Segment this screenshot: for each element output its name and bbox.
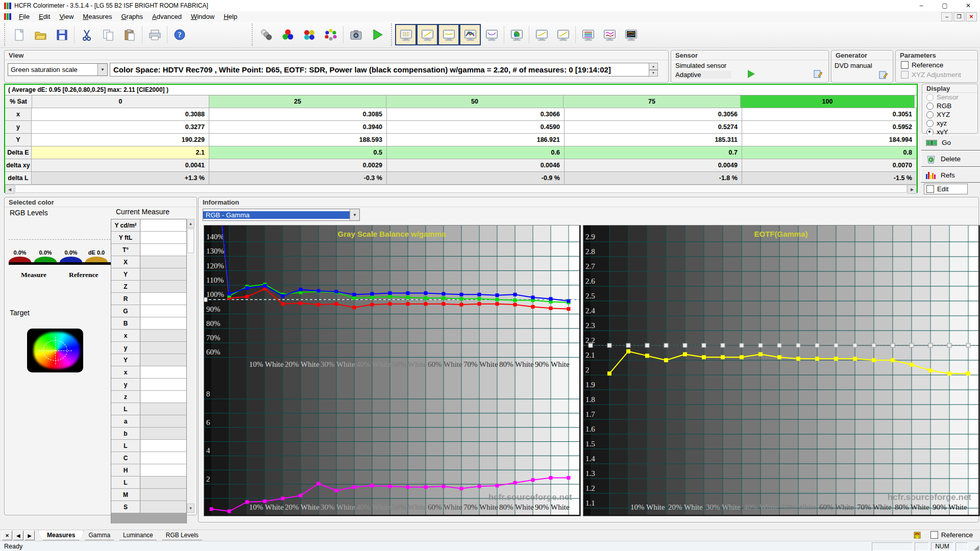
measure-row-value[interactable] [140,501,186,513]
measure-row-value[interactable] [140,268,186,280]
paste-icon[interactable] [119,24,140,45]
table-cell[interactable]: 0.0029 [209,159,387,171]
table-cell[interactable]: 0.4590 [387,121,565,133]
table-cell[interactable]: -0.9 % [387,172,565,184]
scrollbar-thumb[interactable] [15,185,907,193]
scroll-right-icon[interactable]: ▶ [908,185,917,194]
measure-row-value[interactable] [140,379,186,390]
chevron-down-icon[interactable]: ▼ [350,209,359,220]
view-gamma-curve-icon[interactable] [416,24,438,45]
table-cell[interactable]: 0.0041 [32,159,209,171]
menu-advanced[interactable]: Advanced [148,12,186,21]
column-header[interactable]: 50 [386,95,564,108]
menu-edit[interactable]: Edit [34,12,55,21]
view-noise-curves-icon[interactable] [599,24,620,45]
menu-file[interactable]: File [14,12,34,21]
measure-color-checker-icon[interactable] [320,24,341,45]
measure-row-value[interactable] [140,354,186,366]
table-cell[interactable]: -1.8 % [565,172,742,184]
measure-row-value[interactable] [140,403,186,415]
measure-secondaries-icon[interactable] [299,24,320,45]
snapshot-camera-icon[interactable] [345,24,366,45]
checkbox-icon[interactable] [930,531,938,539]
measure-row-value[interactable] [140,293,186,305]
generator-properties-icon[interactable] [878,70,889,80]
sensor-run-icon[interactable] [748,70,755,78]
mdi-minimize-button[interactable]: – [941,12,952,21]
scale-select[interactable]: Green saturation scale ▼ [8,63,108,76]
mdi-close-button[interactable]: ✕ [966,12,977,21]
checkbox-icon[interactable] [926,185,934,193]
maximize-button[interactable]: ▢ [933,0,957,11]
table-cell[interactable]: 190.229 [32,134,209,146]
checkbox-icon[interactable] [901,61,909,69]
table-cell[interactable]: 0.5 [209,146,387,159]
table-cell[interactable]: 0.0049 [565,159,742,171]
table-cell[interactable]: 0.5274 [565,121,742,133]
scrollbar-thumb[interactable] [187,229,194,253]
measure-primaries-icon[interactable] [277,24,299,45]
column-header[interactable]: 0 [32,95,209,108]
spin-up-icon[interactable]: ▲ [649,63,658,70]
menu-graphs[interactable]: Graphs [116,12,148,21]
table-cell[interactable]: 0.8 [742,146,917,159]
scroll-down-icon[interactable]: ▼ [187,504,194,513]
measure-row-value[interactable] [140,391,186,403]
reference-checkbox[interactable]: Reference [901,61,943,69]
radio-xyz[interactable]: XYZ [922,110,977,119]
table-cell[interactable]: 0.3088 [32,108,209,120]
measure-row-value[interactable] [140,317,186,329]
table-cell[interactable]: 0.3066 [387,108,565,120]
menu-window[interactable]: Window [186,12,219,21]
menu-view[interactable]: View [55,12,78,21]
view-gamma-secondary-icon[interactable] [531,24,552,45]
measure-row-value[interactable] [140,366,186,378]
tab-scroll-right-icon[interactable]: ▶ [24,531,35,540]
view-measures-grid-icon[interactable] [395,24,416,45]
table-cell[interactable]: 185.311 [565,134,742,146]
view-luminance-secondary-icon[interactable] [552,24,574,45]
radio-icon[interactable] [926,111,934,118]
view-rgb-balance-icon[interactable] [459,24,481,45]
mdi-restore-button[interactable]: ❐ [953,12,965,21]
close-tab-icon[interactable]: ✕ [2,531,12,540]
column-header[interactable]: 75 [564,95,741,108]
horizontal-scrollbar[interactable]: ◀ ▶ [5,185,917,193]
measure-row-value[interactable] [140,477,186,488]
table-cell[interactable]: 184.994 [742,134,917,146]
table-cell[interactable]: -1.5 % [742,172,917,184]
table-cell[interactable]: 0.5952 [742,121,917,133]
minimize-button[interactable]: – [910,0,933,11]
view-luminance-curve-icon[interactable] [481,24,502,45]
tab-scroll-left-icon[interactable]: ◀ [13,531,23,540]
reference-toggle[interactable]: Reference [930,531,973,539]
resize-grip-icon[interactable]: ◢ [974,543,979,551]
scroll-up-icon[interactable]: ▲ [187,219,194,228]
column-header[interactable]: 25 [209,95,386,108]
sensor-properties-icon[interactable] [813,69,823,79]
table-cell[interactable]: 0.3085 [209,108,387,120]
radio-icon[interactable] [926,103,934,110]
refs-button[interactable]: Refs [921,167,980,183]
view-rgb-levels-icon[interactable] [438,24,459,45]
column-header[interactable]: 100 [741,95,915,108]
edit-checkbox[interactable]: Edit [924,184,968,194]
table-cell[interactable]: 0.3940 [209,121,387,133]
measure-row-value[interactable] [140,489,186,500]
table-cell[interactable]: +1.3 % [32,172,209,184]
table-cell[interactable]: 186.921 [387,134,565,146]
new-document-icon[interactable] [8,24,30,45]
measure-row-value[interactable] [140,232,186,243]
open-file-icon[interactable] [30,24,51,45]
spin-down-icon[interactable]: ▼ [649,70,658,77]
measure-row-value[interactable] [140,256,186,268]
cut-icon[interactable] [76,24,97,45]
menu-help[interactable]: Help [219,12,242,21]
table-cell[interactable]: -0.3 % [209,172,387,184]
go-button[interactable]: Go [921,135,980,151]
copy-icon[interactable] [97,24,119,45]
measure-row-value[interactable] [140,330,186,341]
tab-gamma[interactable]: Gamma [80,531,118,540]
measure-row-value[interactable] [140,440,186,452]
tab-rgb-levels[interactable]: RGB Levels [158,531,207,540]
